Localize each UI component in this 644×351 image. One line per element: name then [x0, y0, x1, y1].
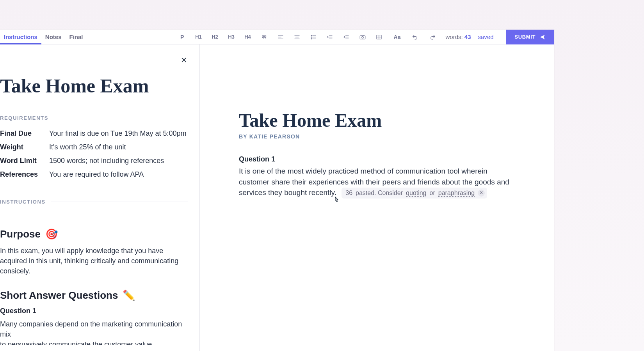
paste-hint: 36 pasted. Consider quoting or paraphras… [342, 188, 487, 198]
send-icon [539, 34, 546, 40]
align-left-icon [277, 34, 284, 41]
requirement-references: References You are required to follow AP… [0, 170, 188, 179]
editor-pane[interactable]: Take Home Exam BY KATIE PEARSON Question… [200, 44, 554, 351]
format-quote-button[interactable] [259, 32, 270, 43]
paste-hint-text: pasted. Consider [356, 188, 403, 197]
question-1-text-line-2: to persuasively communicate the customer… [0, 339, 183, 345]
svg-point-19 [361, 36, 363, 38]
tabs: Instructions Notes Final [0, 30, 87, 44]
camera-icon [359, 34, 366, 41]
svg-rect-18 [360, 35, 365, 39]
tab-label: Final [69, 34, 83, 40]
close-icon: ✕ [479, 190, 483, 196]
answer-question-1-text[interactable]: It is one of the most widely practiced m… [239, 166, 519, 198]
requirement-key: Final Due [0, 129, 41, 138]
word-count-label: words: [445, 34, 463, 40]
requirement-final-due: Final Due Your final is due on Tue 19th … [0, 129, 188, 138]
instructions-panel: ✕ Take Home Exam REQUIREMENTS Final Due … [0, 44, 200, 351]
format-paragraph[interactable]: P [177, 32, 188, 43]
toolbar-right: Aa words: 43 saved SUBMIT [391, 30, 554, 44]
requirement-value: Your final is due on Tue 19th May at 5:0… [49, 129, 187, 138]
body: ✕ Take Home Exam REQUIREMENTS Final Due … [0, 44, 554, 351]
target-icon: 🎯 [45, 228, 58, 240]
table-icon [375, 34, 382, 41]
document-byline: BY KATIE PEARSON [239, 133, 519, 140]
svg-point-8 [311, 38, 311, 39]
paraphrase-link[interactable]: paraphrasing [438, 188, 475, 197]
format-toolbar: P H1 H2 H3 H4 [177, 32, 384, 43]
dismiss-hint-button[interactable]: ✕ [478, 190, 485, 197]
outdent-button[interactable] [341, 32, 352, 43]
list-bullets-button[interactable] [308, 32, 319, 43]
indent-button[interactable] [324, 32, 335, 43]
format-h4[interactable]: H4 [242, 32, 253, 43]
align-center-icon [294, 34, 301, 41]
word-count-value: 43 [464, 34, 471, 40]
insert-table-button[interactable] [374, 32, 384, 43]
question-1-text-line-1: Many companies depend on the marketing c… [0, 319, 183, 339]
undo-icon [411, 34, 418, 41]
font-size-button[interactable]: Aa [391, 32, 402, 43]
outdent-icon [343, 34, 350, 41]
assignment-title: Take Home Exam [0, 76, 188, 96]
insert-image-button[interactable] [357, 32, 368, 43]
tab-instructions[interactable]: Instructions [0, 30, 41, 44]
submit-label: SUBMIT [515, 34, 535, 40]
tab-label: Notes [45, 34, 62, 40]
submit-button[interactable]: SUBMIT [506, 30, 554, 44]
tab-label: Instructions [4, 34, 37, 40]
close-icon: ✕ [181, 55, 187, 65]
requirements-heading: REQUIREMENTS [0, 115, 188, 121]
svg-point-7 [311, 37, 311, 37]
svg-point-6 [311, 35, 311, 35]
format-h1[interactable]: H1 [193, 32, 204, 43]
tab-final[interactable]: Final [66, 30, 87, 44]
undo-button[interactable] [409, 32, 420, 43]
align-left-button[interactable] [275, 32, 286, 43]
word-count: words: 43 [445, 34, 471, 40]
format-h3[interactable]: H3 [226, 32, 237, 43]
tab-notes[interactable]: Notes [41, 30, 66, 44]
paste-hint-or: or [430, 188, 435, 197]
indent-icon [326, 34, 333, 41]
quote-link[interactable]: quoting [406, 188, 427, 197]
requirement-weight: Weight It's worth 25% of the unit [0, 143, 188, 151]
saq-heading: Short Answer Questions ✏️ [0, 289, 188, 301]
requirement-key: Weight [0, 143, 41, 151]
save-status: saved [478, 34, 499, 40]
requirement-word-limit: Word Limit 1500 words; not including ref… [0, 157, 188, 165]
workspace: Instructions Notes Final P H1 H2 H3 H4 [0, 30, 554, 351]
requirement-value: 1500 words; not including references [49, 157, 164, 165]
saq-label: Short Answer Questions [0, 289, 118, 301]
toolbar: Instructions Notes Final P H1 H2 H3 H4 [0, 30, 554, 44]
purpose-label: Purpose [0, 228, 41, 240]
requirement-value: It's worth 25% of the unit [49, 143, 126, 151]
requirement-key: Word Limit [0, 157, 41, 165]
answer-question-1-heading[interactable]: Question 1 [239, 155, 519, 163]
close-panel-button[interactable]: ✕ [179, 55, 189, 65]
list-bullets-icon [310, 34, 317, 41]
purpose-text: In this exam, you will apply knowledge t… [0, 246, 183, 276]
requirement-key: References [0, 170, 41, 179]
purpose-heading: Purpose 🎯 [0, 228, 188, 240]
question-1-label: Question 1 [0, 307, 188, 315]
instructions-heading: INSTRUCTIONS [0, 199, 188, 205]
align-center-button[interactable] [292, 32, 302, 43]
redo-icon [429, 34, 436, 41]
format-h2[interactable]: H2 [210, 32, 221, 43]
document-title[interactable]: Take Home Exam [239, 111, 519, 130]
requirement-value: You are required to follow APA [49, 170, 144, 179]
paste-count: 36 [345, 188, 352, 197]
pencil-icon: ✏️ [123, 289, 135, 301]
redo-button[interactable] [427, 32, 438, 43]
quote-icon [261, 34, 268, 41]
